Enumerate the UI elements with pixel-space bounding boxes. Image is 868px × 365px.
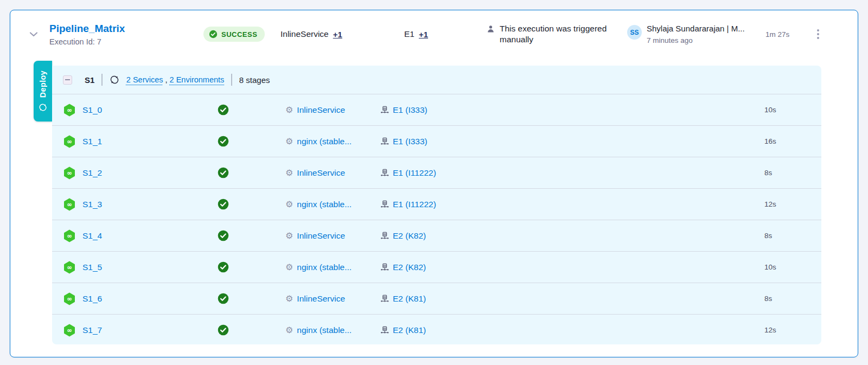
stage-name-link[interactable]: S1_4 bbox=[82, 231, 102, 241]
status-label: SUCCESS bbox=[221, 30, 257, 39]
environments-count-link[interactable]: 2 Environments bbox=[170, 75, 225, 84]
svg-text:∞: ∞ bbox=[67, 263, 72, 271]
matrix-panel-header: S1 2 Services , 2 Environments 8 stages bbox=[52, 66, 821, 94]
success-check-icon bbox=[218, 136, 229, 147]
service-link[interactable]: InlineService bbox=[297, 231, 345, 241]
status-cell bbox=[218, 261, 285, 273]
cd-stage-icon: ∞ bbox=[63, 324, 76, 337]
service-summary-name: InlineService bbox=[280, 29, 329, 39]
environment-link[interactable]: E2 (K82) bbox=[393, 231, 426, 241]
kebab-menu-icon[interactable] bbox=[815, 27, 821, 41]
gear-icon: ⚙ bbox=[285, 263, 293, 272]
stage-name-link[interactable]: S1_1 bbox=[82, 137, 102, 146]
cd-stage-icon: ∞ bbox=[63, 104, 76, 117]
status-cell bbox=[218, 230, 285, 241]
divider bbox=[101, 74, 103, 86]
stage-name-link[interactable]: S1_0 bbox=[82, 105, 102, 115]
cd-stage-icon: ∞ bbox=[63, 229, 76, 242]
execution-header: Pipeline_Matrix Execution Id: 7 SUCCESS … bbox=[10, 10, 858, 58]
tab-deploy[interactable]: Deploy bbox=[34, 61, 52, 121]
stage-name-link[interactable]: S1_6 bbox=[82, 294, 102, 304]
table-row[interactable]: ∞ S1_1 ⚙ nginx (stable... bbox=[52, 125, 821, 157]
success-check-icon bbox=[218, 230, 229, 241]
service-cell: ⚙ nginx (stable... bbox=[285, 200, 380, 209]
gear-icon: ⚙ bbox=[285, 326, 293, 335]
service-link[interactable]: InlineService bbox=[297, 105, 345, 115]
environment-cell: E1 (I11222) bbox=[380, 168, 521, 178]
success-check-icon bbox=[218, 261, 229, 273]
svg-text:∞: ∞ bbox=[67, 169, 72, 176]
divider bbox=[231, 74, 232, 86]
user-silhouette-icon bbox=[487, 25, 495, 34]
service-link[interactable]: nginx (stable... bbox=[297, 262, 352, 272]
service-link[interactable]: nginx (stable... bbox=[297, 137, 352, 146]
svg-text:∞: ∞ bbox=[67, 294, 72, 302]
environments-more-link[interactable]: +1 bbox=[419, 30, 428, 39]
trigger-info: This execution was triggered manually bbox=[487, 23, 634, 46]
stage-cell: ∞ S1_6 bbox=[63, 292, 218, 305]
link-separator: , bbox=[165, 75, 168, 84]
success-check-icon bbox=[218, 198, 229, 210]
infrastructure-icon bbox=[380, 294, 389, 303]
stage-rows: ∞ S1_0 ⚙ InlineService bbox=[52, 94, 821, 344]
service-link[interactable]: nginx (stable... bbox=[297, 200, 352, 209]
table-row[interactable]: ∞ S1_6 ⚙ InlineService bbox=[52, 283, 821, 314]
table-row[interactable]: ∞ S1_5 ⚙ nginx (stable... bbox=[52, 251, 821, 283]
environment-cell: E1 (I333) bbox=[380, 105, 521, 115]
stage-name-link[interactable]: S1_5 bbox=[82, 262, 102, 272]
gear-icon: ⚙ bbox=[285, 169, 293, 177]
environment-link[interactable]: E1 (I11222) bbox=[393, 168, 436, 178]
table-row[interactable]: ∞ S1_3 ⚙ nginx (stable... bbox=[52, 188, 821, 220]
stage-cell: ∞ S1_1 bbox=[63, 135, 218, 148]
chevron-down-icon[interactable] bbox=[28, 28, 40, 40]
trigger-text: This execution was triggered manually bbox=[500, 23, 634, 46]
environment-link[interactable]: E1 (I333) bbox=[393, 105, 427, 115]
environment-cell: E1 (I333) bbox=[380, 137, 521, 146]
stage-name-link[interactable]: S1_7 bbox=[82, 325, 102, 335]
environment-link[interactable]: E1 (I11222) bbox=[393, 200, 436, 209]
collapse-minus-icon[interactable] bbox=[63, 75, 72, 85]
stage-cell: ∞ S1_0 bbox=[63, 104, 218, 117]
service-link[interactable]: InlineService bbox=[297, 294, 345, 304]
stage-name-link[interactable]: S1_2 bbox=[82, 168, 102, 178]
environment-cell: E2 (K81) bbox=[380, 294, 521, 304]
service-link[interactable]: InlineService bbox=[297, 168, 345, 178]
svg-text:∞: ∞ bbox=[67, 232, 72, 239]
cd-stage-icon: ∞ bbox=[63, 135, 76, 148]
infrastructure-icon bbox=[380, 169, 389, 177]
gear-icon: ⚙ bbox=[285, 294, 293, 303]
stage-duration: 8s bbox=[764, 169, 810, 177]
matrix-stage-panel: S1 2 Services , 2 Environments 8 stages bbox=[52, 66, 821, 344]
environment-link[interactable]: E2 (K82) bbox=[393, 262, 426, 272]
service-cell: ⚙ InlineService bbox=[285, 231, 380, 241]
stage-group-label: S1 bbox=[85, 75, 94, 85]
table-row[interactable]: ∞ S1_2 ⚙ InlineService bbox=[52, 157, 821, 188]
status-cell bbox=[218, 167, 285, 178]
environment-cell: E2 (K82) bbox=[380, 262, 521, 272]
services-summary: InlineService +1 bbox=[280, 29, 342, 39]
avatar[interactable]: SS bbox=[627, 25, 642, 40]
user-name: Shylaja Sundararajan | M... bbox=[647, 24, 745, 33]
environment-link[interactable]: E2 (K81) bbox=[393, 294, 426, 304]
table-row[interactable]: ∞ S1_4 ⚙ InlineService bbox=[52, 220, 821, 251]
service-link[interactable]: nginx (stable... bbox=[297, 325, 352, 335]
environment-link[interactable]: E1 (I333) bbox=[393, 137, 427, 146]
services-more-link[interactable]: +1 bbox=[333, 30, 342, 39]
stage-duration: 10s bbox=[764, 263, 810, 271]
user-block: SS Shylaja Sundararajan | M... 7 minutes… bbox=[627, 24, 763, 44]
table-row[interactable]: ∞ S1_0 ⚙ InlineService bbox=[52, 94, 821, 125]
status-badge: SUCCESS bbox=[203, 27, 265, 42]
environment-link[interactable]: E2 (K81) bbox=[393, 325, 426, 335]
services-count-link[interactable]: 2 Services bbox=[126, 75, 163, 84]
svg-text:∞: ∞ bbox=[67, 326, 72, 334]
stage-cell: ∞ S1_5 bbox=[63, 261, 218, 274]
loop-strategy-icon bbox=[39, 103, 47, 112]
stage-name-link[interactable]: S1_3 bbox=[82, 200, 102, 209]
table-row[interactable]: ∞ S1_7 ⚙ nginx (stable... bbox=[52, 314, 821, 344]
status-cell bbox=[218, 136, 285, 147]
status-cell bbox=[218, 293, 285, 304]
cd-stage-icon: ∞ bbox=[63, 198, 76, 211]
pipeline-title-link[interactable]: Pipeline_Matrix bbox=[49, 23, 125, 35]
infrastructure-icon bbox=[380, 137, 389, 146]
environment-summary-name: E1 bbox=[404, 29, 414, 39]
